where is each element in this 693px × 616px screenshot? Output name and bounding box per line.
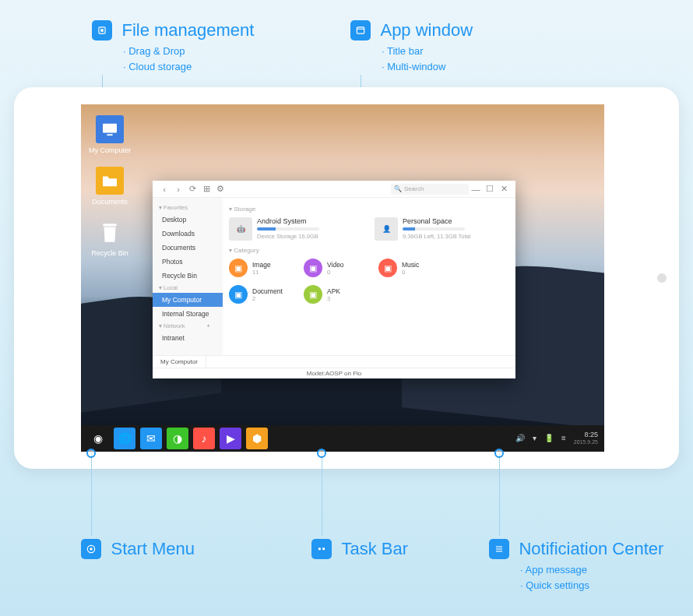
sidebar-item-intranet[interactable]: Intranet (153, 331, 223, 345)
apk-icon: ▣ (304, 285, 322, 304)
taskbar-music[interactable]: ♪ (193, 428, 215, 449)
menu-icon[interactable]: ≡ (561, 434, 566, 442)
refresh-button[interactable]: ⟳ (185, 182, 199, 196)
svg-rect-12 (496, 548, 502, 549)
taskbar-mail[interactable]: ✉ (140, 428, 162, 449)
storage-bar (257, 227, 319, 231)
callout-file-management: File management Drag & Drop Cloud storag… (92, 20, 254, 74)
volume-icon[interactable]: 🔊 (515, 434, 525, 442)
tablet-home-button[interactable] (657, 273, 667, 283)
callout-app-window: App window Title bar Multi-window (350, 20, 473, 74)
connector-dot (494, 449, 504, 458)
section-heading-storage: ▾ Storage (229, 206, 509, 213)
svg-rect-1 (100, 29, 104, 32)
desktop-icon-recycle-bin[interactable]: Recycle Bin (89, 218, 131, 257)
file-manager-sidebar: ▾ Favorites Desktop Downloads Documents … (153, 198, 223, 355)
taskbar-start-menu[interactable]: ◉ (87, 428, 109, 449)
taskbar-browser[interactable]: 🌐 (114, 428, 135, 449)
callout-task-bar: Task Bar (311, 539, 408, 559)
callout-bullet: App message (520, 562, 663, 578)
section-heading-category: ▾ Category (229, 247, 509, 254)
sidebar-item-documents[interactable]: Documents (153, 241, 223, 255)
desktop-icon-my-computer[interactable]: My Computer (89, 115, 131, 154)
taskbar-store[interactable]: ⬢ (246, 428, 268, 449)
footer-tab[interactable]: My Computor (153, 356, 206, 368)
category-name: Music (402, 261, 419, 269)
desktop-icon-label: Recycle Bin (91, 249, 128, 257)
maximize-button[interactable]: ☐ (483, 182, 497, 196)
image-icon: ▣ (229, 259, 248, 277)
taskbar-video[interactable]: ▶ (220, 428, 241, 449)
sidebar-item-recycle-bin[interactable]: Recycle Bin (153, 269, 223, 283)
clock-time: 8:25 (574, 431, 598, 439)
file-manager-titlebar[interactable]: ‹ › ⟳ ⊞ ⚙ 🔍Search — ☐ ✕ (153, 181, 515, 198)
video-icon: ▣ (304, 259, 322, 277)
category-count: 11 (252, 269, 271, 276)
sidebar-heading-favorites: ▾ Favorites (153, 202, 223, 213)
file-mgmt-icon (92, 20, 112, 40)
file-manager-footer: My Computor Model:AOSP on Flo (153, 355, 515, 378)
storage-card-personal-space[interactable]: 👤 Personal Space 9.36GB Left, 11.3GB Tot… (375, 217, 509, 241)
callout-file-mgmt-title: File management (121, 20, 254, 40)
category-item-image[interactable]: ▣Image11 (229, 259, 290, 277)
svg-rect-5 (107, 134, 112, 136)
search-input[interactable]: 🔍Search (391, 184, 469, 195)
svg-rect-2 (357, 27, 364, 33)
file-manager-content: ▾ Storage 🤖 Android System Device Storag… (223, 198, 515, 355)
sidebar-heading-network: ▾ Network+ (153, 321, 223, 331)
task-bar-icon (311, 539, 332, 559)
sidebar-item-downloads[interactable]: Downloads (153, 227, 223, 241)
back-button[interactable]: ‹ (157, 182, 171, 196)
close-button[interactable]: ✕ (497, 182, 511, 196)
computer-icon (96, 115, 124, 143)
callout-bullet: Cloud storage (123, 59, 254, 75)
category-name: Video (327, 261, 344, 269)
sidebar-item-my-computor[interactable]: My Computor (153, 293, 223, 307)
document-icon: ▣ (229, 285, 248, 304)
minimize-button[interactable]: — (469, 182, 483, 196)
sidebar-heading-local: ▾ Local (153, 283, 223, 293)
forward-button[interactable]: › (171, 182, 185, 196)
clock[interactable]: 8:25 2015.9.25 (574, 431, 598, 445)
wifi-icon[interactable]: ▾ (533, 434, 536, 442)
desktop-icon-documents[interactable]: Documents (89, 167, 131, 206)
system-tray: 🔊 ▾ 🔋 ≡ 8:25 2015.9.25 (515, 431, 598, 445)
svg-rect-9 (318, 547, 321, 550)
connector-dot (317, 449, 326, 458)
category-name: Document (252, 287, 283, 295)
category-item-document[interactable]: ▣Document2 (229, 285, 290, 304)
storage-card-android-system[interactable]: 🤖 Android System Device Storage 16.0GB (229, 217, 364, 241)
add-network-button[interactable]: + (207, 322, 210, 329)
category-count: 2 (252, 295, 283, 302)
category-item-video[interactable]: ▣Video0 (304, 259, 364, 277)
view-toggle-button[interactable]: ⊞ (199, 182, 213, 196)
clock-date: 2015.9.25 (574, 439, 598, 445)
tablet-frame: My Computer Documents Recycle Bin ‹ › ⟳ … (14, 87, 679, 469)
desktop-icon-label: Documents (92, 198, 128, 206)
sidebar-item-photos[interactable]: Photos (153, 255, 223, 269)
storage-sub: 9.36GB Left, 11.3GB Total (403, 233, 470, 240)
file-manager-window: ‹ › ⟳ ⊞ ⚙ 🔍Search — ☐ ✕ ▾ Favorites Desk… (153, 181, 515, 378)
desktop-icon-label: My Computer (89, 146, 131, 154)
category-count: 3 (327, 295, 340, 302)
music-icon: ▣ (378, 259, 397, 277)
category-item-music[interactable]: ▣Music0 (378, 259, 439, 277)
app-window-icon (350, 20, 371, 40)
user-icon: 👤 (375, 217, 398, 241)
settings-button[interactable]: ⚙ (213, 182, 227, 196)
category-name: APK (327, 287, 340, 295)
connector-dot (86, 449, 96, 458)
svg-rect-10 (322, 547, 325, 550)
sidebar-item-desktop[interactable]: Desktop (153, 213, 223, 227)
trash-icon (96, 218, 124, 246)
storage-name: Android System (257, 217, 319, 225)
sidebar-item-internal-storage[interactable]: Internal Storage (153, 307, 223, 321)
taskbar: ◉🌐✉◑♪▶⬢ 🔊 ▾ 🔋 ≡ 8:25 2015.9.25 (81, 425, 604, 452)
taskbar-wechat[interactable]: ◑ (167, 428, 188, 449)
battery-icon[interactable]: 🔋 (544, 434, 554, 442)
category-item-apk[interactable]: ▣APK3 (304, 285, 364, 304)
callout-bullet: Quick settings (520, 578, 663, 593)
start-menu-icon (81, 539, 101, 559)
category-count: 0 (327, 269, 344, 276)
folder-icon (96, 167, 124, 195)
